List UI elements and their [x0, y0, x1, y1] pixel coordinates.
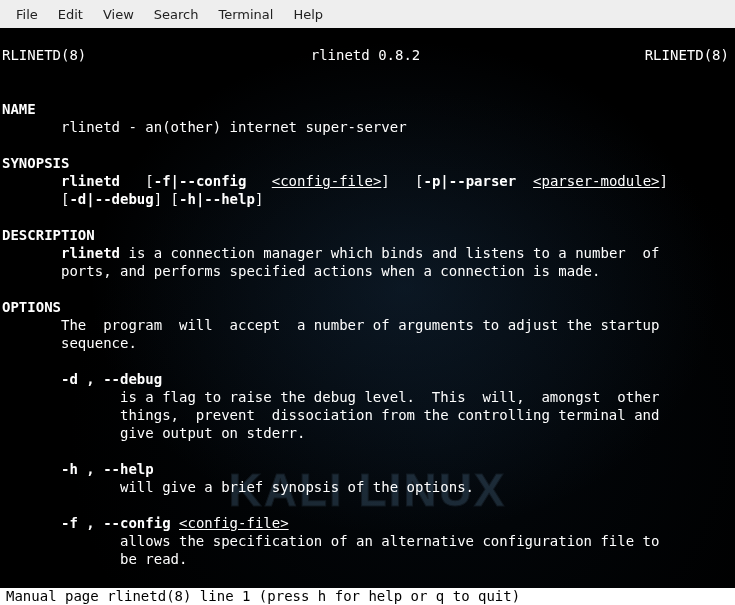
option-f-line2: be read. [2, 551, 187, 567]
menu-file[interactable]: File [6, 4, 48, 25]
options-intro1: The program will accept a number of argu… [2, 317, 659, 333]
opt-h: -h|--help [179, 191, 255, 207]
option-f-arg: <config-file> [179, 515, 289, 531]
manpage-header: RLINETD(8)rlinetd 0.8.2RLINETD(8) [2, 46, 733, 64]
menubar: File Edit View Search Terminal Help [0, 0, 735, 28]
synopsis-cmd: rlinetd [61, 173, 120, 189]
desc-line1: is a connection manager which binds and … [120, 245, 659, 261]
opt-f: -f|--config [154, 173, 247, 189]
arg-parser-module: <parser-module> [533, 173, 659, 189]
option-d-line2: things, prevent dissociation from the co… [2, 407, 659, 423]
section-options: OPTIONS [2, 299, 61, 315]
manpage-body: NAME rlinetd - an(other) internet super-… [2, 82, 733, 605]
option-d-line3: give output on stderr. [2, 425, 305, 441]
desc-line2: ports, and performs specified actions wh… [2, 263, 600, 279]
pager-statusline[interactable]: Manual page rlinetd(8) line 1 (press h f… [0, 588, 735, 605]
manpage-content: RLINETD(8)rlinetd 0.8.2RLINETD(8) NAME r… [0, 28, 735, 605]
option-f: -f , --config [61, 515, 171, 531]
name-text: rlinetd - an(other) internet super-serve… [2, 119, 407, 135]
arg-config-file: <config-file> [272, 173, 382, 189]
menu-edit[interactable]: Edit [48, 4, 93, 25]
options-intro2: sequence. [2, 335, 137, 351]
header-center: rlinetd 0.8.2 [311, 46, 421, 64]
section-synopsis: SYNOPSIS [2, 155, 69, 171]
option-d: -d , --debug [61, 371, 162, 387]
menu-terminal[interactable]: Terminal [208, 4, 283, 25]
menu-search[interactable]: Search [144, 4, 209, 25]
section-name: NAME [2, 101, 36, 117]
desc-cmd: rlinetd [61, 245, 120, 261]
option-h-line1: will give a brief synopsis of the option… [2, 479, 474, 495]
option-h: -h , --help [61, 461, 154, 477]
menu-view[interactable]: View [93, 4, 144, 25]
header-right: RLINETD(8) [645, 46, 729, 64]
section-description: DESCRIPTION [2, 227, 95, 243]
menu-help[interactable]: Help [283, 4, 333, 25]
opt-d: -d|--debug [69, 191, 153, 207]
option-f-line1: allows the specification of an alternati… [2, 533, 659, 549]
option-d-line1: is a flag to raise the debug level. This… [2, 389, 659, 405]
header-left: RLINETD(8) [2, 46, 86, 64]
opt-p: -p|--parser [424, 173, 517, 189]
terminal-area[interactable]: KALI LINUX RLINETD(8)rlinetd 0.8.2RLINET… [0, 28, 735, 605]
